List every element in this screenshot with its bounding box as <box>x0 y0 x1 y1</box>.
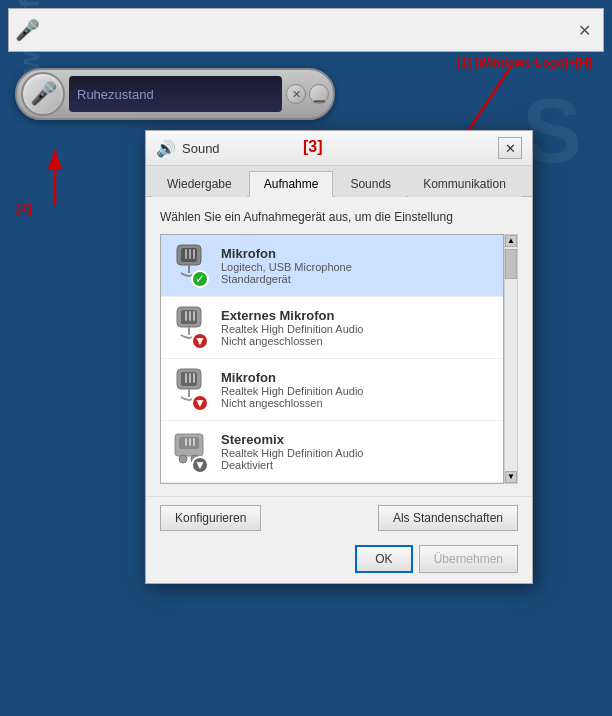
dialog-tabs: Wiedergabe Aufnahme Sounds Kommunikation <box>146 166 532 197</box>
scroll-thumb[interactable] <box>505 249 517 279</box>
svg-rect-28 <box>193 438 195 446</box>
svg-rect-19 <box>185 373 187 383</box>
set-default-button[interactable]: Als Standenschaften <box>378 505 518 531</box>
device-item-mikrofon-realtek[interactable]: ▼ Mikrofon Realtek High Definition Audio… <box>161 359 503 421</box>
svg-rect-8 <box>189 249 191 259</box>
ok-button[interactable]: OK <box>355 545 412 573</box>
svg-rect-9 <box>193 249 195 259</box>
device-name-1: Mikrofon <box>221 246 493 261</box>
recorder-display: Ruhezustand <box>69 76 282 112</box>
status-badge-green: ✓ <box>191 270 209 288</box>
device-item-mikrofon-usb[interactable]: ✓ Mikrofon Logitech, USB Microphone Stan… <box>161 235 503 297</box>
svg-rect-7 <box>185 249 187 259</box>
device-desc-2: Realtek High Definition Audio <box>221 323 493 335</box>
status-badge-red-1: ▼ <box>191 332 209 350</box>
device-status-2: Nicht angeschlossen <box>221 335 493 347</box>
sound-dialog-icon: 🔊 <box>156 139 176 158</box>
svg-rect-14 <box>189 311 191 321</box>
recorder-status-text: Ruhezustand <box>77 87 154 102</box>
tab-aufnahme[interactable]: Aufnahme <box>249 171 334 197</box>
topbar-close-button[interactable]: ✕ <box>572 19 597 42</box>
svg-rect-27 <box>189 438 191 446</box>
device-icon-wrap-2: ▼ <box>171 305 211 350</box>
scrollbar[interactable]: ▲ ▼ <box>504 234 518 484</box>
microphone-icon: 🎤 <box>15 18 40 42</box>
device-status-4: Deaktiviert <box>221 459 493 471</box>
label-3: [3] <box>303 138 323 156</box>
device-item-externes-mikrofon[interactable]: ▼ Externes Mikrofon Realtek High Definit… <box>161 297 503 359</box>
device-info-3: Mikrofon Realtek High Definition Audio N… <box>221 370 493 409</box>
svg-rect-20 <box>189 373 191 383</box>
device-icon-wrap-1: ✓ <box>171 243 211 288</box>
top-recording-bar: 🎤 ✕ <box>8 8 604 52</box>
svg-point-24 <box>179 455 187 463</box>
dialog-close-button[interactable]: ✕ <box>498 137 522 159</box>
recorder-minimize-button[interactable]: ▁ <box>309 84 329 104</box>
status-badge-red-2: ▼ <box>191 394 209 412</box>
dialog-action-buttons: Konfigurieren Als Standenschaften <box>146 496 532 539</box>
recorder-widget: 🎤 Ruhezustand ✕ ▁ <box>15 68 335 120</box>
device-status-1: Standardgerät <box>221 273 493 285</box>
device-list-container: ✓ Mikrofon Logitech, USB Microphone Stan… <box>160 234 518 484</box>
svg-rect-15 <box>193 311 195 321</box>
device-info-4: Stereomix Realtek High Definition Audio … <box>221 432 493 471</box>
cancel-button[interactable]: Übernehmen <box>419 545 518 573</box>
device-info-1: Mikrofon Logitech, USB Microphone Standa… <box>221 246 493 285</box>
arrow-2 <box>20 130 100 210</box>
device-name-3: Mikrofon <box>221 370 493 385</box>
dialog-title: Sound <box>182 141 220 156</box>
dialog-titlebar: 🔊 Sound ✕ <box>146 131 532 166</box>
svg-line-3 <box>462 65 512 140</box>
recorder-mic-button[interactable]: 🎤 <box>21 72 65 116</box>
device-status-3: Nicht angeschlossen <box>221 397 493 409</box>
svg-rect-21 <box>193 373 195 383</box>
tab-sounds[interactable]: Sounds <box>335 171 406 197</box>
label-1: [1] [Windows-Logo]+[H] <box>456 56 592 70</box>
svg-rect-26 <box>185 438 187 446</box>
dialog-instruction: Wählen Sie ein Aufnahmegerät aus, um die… <box>160 209 518 226</box>
device-desc-4: Realtek High Definition Audio <box>221 447 493 459</box>
tab-wiedergabe[interactable]: Wiedergabe <box>152 171 247 197</box>
device-icon-wrap-3: ▼ <box>171 367 211 412</box>
dialog-ok-row: OK Übernehmen <box>146 539 532 583</box>
device-info-2: Externes Mikrofon Realtek High Definitio… <box>221 308 493 347</box>
tab-kommunikation[interactable]: Kommunikation <box>408 171 521 197</box>
recorder-close-button[interactable]: ✕ <box>286 84 306 104</box>
svg-rect-13 <box>185 311 187 321</box>
device-item-stereomix[interactable]: ▼ Stereomix Realtek High Definition Audi… <box>161 421 503 483</box>
configure-button[interactable]: Konfigurieren <box>160 505 261 531</box>
device-name-4: Stereomix <box>221 432 493 447</box>
scroll-up-button[interactable]: ▲ <box>505 235 517 247</box>
device-desc-3: Realtek High Definition Audio <box>221 385 493 397</box>
status-badge-gray: ▼ <box>191 456 209 474</box>
device-name-2: Externes Mikrofon <box>221 308 493 323</box>
sound-dialog: 🔊 Sound ✕ Wiedergabe Aufnahme Sounds Kom… <box>145 130 533 584</box>
dialog-content: Wählen Sie ein Aufnahmegerät aus, um die… <box>146 197 532 496</box>
label-2: [2] <box>16 200 32 215</box>
device-list: ✓ Mikrofon Logitech, USB Microphone Stan… <box>160 234 504 484</box>
device-desc-1: Logitech, USB Microphone <box>221 261 493 273</box>
scroll-down-button[interactable]: ▼ <box>505 471 517 483</box>
device-icon-wrap-4: ▼ <box>171 429 211 474</box>
